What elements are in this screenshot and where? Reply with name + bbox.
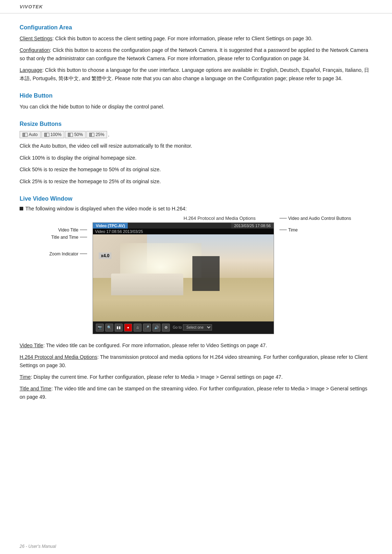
video-subtitle-bar: Video 17:08:56 2013/03/25 [93,229,274,234]
resize-100-icon [44,133,49,137]
resize-25-button[interactable]: 25% [86,131,107,138]
hide-button-text: You can click the hide button to hide or… [20,103,372,111]
video-title-badge: Video (TPC-AV) [93,223,128,229]
page-header: VIVOTEK [0,0,392,13]
record-button[interactable]: ● [124,324,132,332]
live-video-title: Live Video Window [20,196,372,202]
resize-buttons-title: Resize Buttons [20,121,372,127]
resize-100-button[interactable]: 100% [41,131,65,138]
resize-buttons-section: Resize Buttons Auto 100% 50% 25% . Click… [20,121,372,185]
mic-button[interactable]: 🎤 [143,324,151,332]
hide-button-section: Hide Button You can click the hide butto… [20,93,372,111]
resize-auto-icon [23,133,28,137]
snapshot-button[interactable]: 📷 [96,324,104,332]
pause-button[interactable]: ▮▮ [115,324,123,332]
client-settings-paragraph: Client Settings: Click this button to ac… [20,34,372,42]
audio-button[interactable]: ♫ [134,324,142,332]
language-paragraph: Language: Click this button to choose a … [20,66,372,82]
room-sofa [111,274,183,295]
config-area-section: Configuration Area Client Settings: Clic… [20,24,372,82]
resize-desc-100: Click 100% is to display the original ho… [20,154,372,162]
h264-desc-label: H.264 Protocol and Media Options [20,354,97,360]
resize-50-icon [68,133,73,137]
client-settings-label: Client Settings [20,36,52,41]
resize-period: . [108,132,109,138]
video-intro-text: The following window is displayed when t… [25,206,187,212]
video-title-desc: Video Title: The video title can be conf… [20,341,372,349]
hide-button-title: Hide Button [20,93,372,99]
configuration-text: : Click this button to access the config… [20,47,368,61]
config-area-title: Configuration Area [20,24,372,31]
video-intro-line: The following window is displayed when t… [20,206,372,212]
annotation-line-5 [279,218,287,218]
resize-25-icon [89,133,94,137]
video-title-desc-text: : The video title can be configured. For… [43,342,267,348]
video-window: Video (TPC-AV) 2013/03/25 17:08:56 Video… [93,222,274,334]
time-desc: Time: Display the current time. For furt… [20,373,372,381]
resize-buttons-row: Auto 100% 50% 25% . [20,131,372,138]
resize-auto-button[interactable]: Auto [20,131,41,138]
room-background [93,234,274,321]
zoom-indicator: x4.0 [99,253,111,259]
main-content: Configuration Area Client Settings: Clic… [0,21,392,433]
settings-button[interactable]: ⚙ [162,324,170,332]
right-annotations: Time Video and Audio Control Buttons [279,222,352,226]
video-image-area: x4.0 [93,234,274,321]
left-annotations: Video Title Title and Time Zoom Indicato… [40,222,87,226]
video-title-desc-label: Video Title [20,342,43,348]
video-title-annotation: Video Title [58,227,87,233]
annotation-line-3 [80,254,87,254]
h264-desc: H.264 Protocol and Media Options: The tr… [20,353,372,369]
annotation-line-4 [279,230,287,230]
title-time-desc-label: Title and Time [20,386,51,391]
volume-button[interactable]: 🔊 [152,324,160,332]
annotation-line-2 [80,237,87,237]
time-desc-label: Time [20,374,31,380]
resize-desc-50: Click 50% is to resize the homepage to 5… [20,165,372,173]
language-text: : Click this button to choose a language… [20,67,369,81]
live-video-section: Live Video Window The following window i… [20,196,372,401]
zoom-button[interactable]: 🔍 [105,324,113,332]
video-time-badge: 2013/03/25 17:08:56 [231,223,274,229]
goto-select-area: Go to Select one [173,324,212,331]
video-controls-bar: 📷 🔍 ▮▮ ● ♫ 🎤 🔊 ⚙ Go to Select one [93,321,274,334]
room-dark-object [192,256,220,291]
zoom-indicator-annotation: Zoom Indicator [49,251,87,257]
goto-label: Go to [173,325,181,329]
time-annotation-label: Time [288,227,298,233]
language-label: Language [20,67,42,73]
bullet-icon [20,207,23,210]
title-time-desc: Title and Time: The video title and time… [20,385,372,401]
annotation-line-1 [80,230,87,230]
video-top-bar: Video (TPC-AV) 2013/03/25 17:08:56 [93,223,274,229]
title-time-desc-text: : The video title and time can be stampe… [20,386,367,399]
controls-annotation: Video and Audio Control Buttons [279,216,351,221]
time-annotation: Time [279,227,298,233]
resize-desc-25: Click 25% is to resize the homepage to 2… [20,177,372,185]
controls-annotation-label: Video and Audio Control Buttons [288,216,351,221]
page-footer: 26 - User's Manual [20,544,56,549]
title-and-time-annotation: Title and Time [51,235,87,240]
configuration-paragraph: Configuration: Click this button to acce… [20,46,372,62]
resize-50-button[interactable]: 50% [65,131,86,138]
client-settings-text: : Click this button to access the client… [52,36,313,41]
preset-select[interactable]: Select one [183,324,212,331]
configuration-label: Configuration [20,47,50,53]
brand-name: VIVOTEK [20,4,43,9]
resize-desc-auto: Click the Auto button, the video cell wi… [20,142,372,150]
time-desc-text: : Display the current time. For further … [31,374,283,380]
